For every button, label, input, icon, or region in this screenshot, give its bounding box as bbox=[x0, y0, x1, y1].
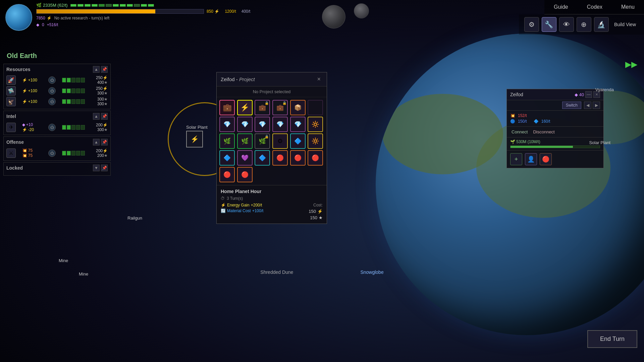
resource-total-label: 🌿 2335M (62/t) bbox=[36, 3, 68, 8]
zeifod-next-btn[interactable]: ▶ bbox=[593, 102, 600, 109]
build-icon-btn[interactable]: 🔧 bbox=[542, 17, 556, 32]
project-panel-close-btn[interactable]: × bbox=[315, 75, 323, 83]
project-item-21[interactable]: 🔷 bbox=[255, 150, 270, 166]
progress-values: 850 ⚡ 1200/t 400/t bbox=[207, 9, 250, 14]
project-item-10[interactable]: 💎 bbox=[272, 117, 288, 132]
offense-collapse-btn[interactable]: ▲ bbox=[93, 139, 100, 145]
project-item-23[interactable]: 🔴 bbox=[290, 150, 306, 166]
project-item-7[interactable]: 💎 bbox=[219, 117, 235, 132]
project-item-3[interactable]: 💼🔒 bbox=[255, 100, 270, 115]
project-item-5[interactable]: 📦 bbox=[290, 100, 306, 115]
resources-pin-btn[interactable]: 📌 bbox=[101, 66, 108, 73]
res-toggle-2[interactable]: ⏻ bbox=[48, 87, 56, 95]
forward-arrow-btn[interactable]: ▶▶ bbox=[625, 60, 637, 69]
zeifod-minimize-btn[interactable]: — bbox=[585, 91, 592, 98]
resources-collapse-btn[interactable]: ▲ bbox=[93, 66, 100, 73]
disconnect-btn[interactable]: Disconnect bbox=[532, 129, 556, 135]
project-item-18[interactable]: 🔆 bbox=[308, 133, 323, 149]
zeifod-close-btn[interactable]: × bbox=[593, 91, 600, 98]
project-cost-box: Cost: 150 ⚡ 150 ★ bbox=[309, 203, 323, 220]
project-item-15[interactable]: 🌿🔒 bbox=[255, 133, 270, 149]
zeifod-prev-btn[interactable]: ◀ bbox=[584, 102, 591, 109]
guide-button[interactable]: Guide bbox=[544, 0, 578, 14]
project-item-4[interactable]: 💼🔒 bbox=[272, 100, 288, 115]
planet-name: Old Earth bbox=[7, 52, 37, 60]
planet-icon[interactable] bbox=[5, 4, 32, 31]
mini-planet-display bbox=[322, 5, 345, 28]
offense-bars-1 bbox=[62, 151, 85, 156]
codex-button[interactable]: Codex bbox=[578, 0, 612, 14]
project-panel: Zeifod - Project × No Project selected 💼… bbox=[216, 72, 327, 224]
project-item-16[interactable]: ⚙ bbox=[272, 133, 288, 149]
project-item-2[interactable]: ⚡ bbox=[237, 100, 253, 115]
energy-rate-val: 1200/t bbox=[225, 9, 236, 14]
end-turn-button[interactable]: End Turn bbox=[587, 330, 637, 348]
mine-1-label: Mine bbox=[59, 258, 68, 263]
energy-unit-icon: ⚡ bbox=[214, 9, 219, 14]
connect-btn[interactable]: Connect bbox=[510, 129, 529, 135]
res-bar-8 bbox=[120, 4, 126, 7]
res-icon-2: 🛸 bbox=[6, 86, 16, 96]
res-toggle-1[interactable]: ⏻ bbox=[48, 76, 56, 84]
offense-toggle-1[interactable]: ⏻ bbox=[48, 149, 56, 157]
locked-pin-btn[interactable]: 📌 bbox=[101, 165, 108, 171]
purple-rate: +516/t bbox=[47, 22, 58, 27]
cost-energy-icon: ⚡ bbox=[317, 209, 323, 214]
project-item-24[interactable]: 🔴 bbox=[308, 150, 323, 166]
snowglobe-label[interactable]: Snowglobe bbox=[360, 269, 383, 275]
project-panel-title: Zeifod - Project bbox=[221, 76, 255, 82]
project-item-20[interactable]: 💜 bbox=[237, 150, 253, 166]
project-item-19[interactable]: 🔷 bbox=[219, 150, 235, 166]
stat-shield-val: 150/t bbox=[518, 119, 527, 124]
project-item-12[interactable]: 🔆 bbox=[308, 117, 323, 132]
zeifod-actions: + 👤 🔴 bbox=[507, 150, 603, 168]
solar-right-label: Solar Plant bbox=[589, 140, 610, 145]
intel-icon-1: ✈ bbox=[6, 123, 16, 132]
locked-collapse-btn[interactable]: ▼ bbox=[93, 165, 100, 171]
intel-toggle-1[interactable]: ⏻ bbox=[48, 124, 56, 131]
energy-gain-label: Energy Gain bbox=[227, 203, 250, 207]
offense-pin-btn[interactable]: 📌 bbox=[101, 139, 108, 145]
zeifod-switch-btn[interactable]: Switch bbox=[562, 102, 581, 109]
resource-row-2: 🛸 ⚡ +100 ⏻ 250⚡300★ bbox=[6, 85, 108, 96]
intel-collapse-btn[interactable]: ▲ bbox=[93, 113, 100, 120]
project-item-25[interactable]: 🔴 bbox=[219, 167, 235, 182]
effect-energy: ⚡ Energy Gain +200/t bbox=[221, 203, 263, 207]
resource-bars bbox=[70, 4, 154, 7]
top-right-nav: Guide Codex Menu ⚙ 🔧 👁 ⊕ 🔬 Build View bbox=[519, 0, 644, 35]
energy-progress-fill bbox=[37, 9, 155, 13]
project-item-22[interactable]: 🔴 bbox=[272, 150, 288, 166]
res-value-1: 250⚡400★ bbox=[91, 75, 108, 85]
bottom-map-labels: Shredded Dune Snowglobe bbox=[0, 269, 644, 275]
intel-row-1: ✈ ◆ +10 ⚡ -20 ⏻ 200⚡300★ bbox=[6, 122, 108, 133]
zeifod-combat-btn[interactable]: 🔴 bbox=[540, 153, 552, 165]
flask-icon-btn[interactable]: 🔬 bbox=[594, 17, 609, 32]
clock-icon: ⏱ bbox=[221, 196, 225, 201]
offense-row-1: ⚔ 💥 75 💥 75 ⏻ 200⚡200★ bbox=[6, 147, 108, 159]
zeifod-unit-btn[interactable]: 👤 bbox=[525, 153, 537, 165]
project-item-8[interactable]: 💎 bbox=[237, 117, 253, 132]
menu-button[interactable]: Menu bbox=[612, 0, 644, 14]
growth-label: 🌱 530M (10M/t) bbox=[510, 139, 600, 144]
solar-plant-node[interactable]: ⚡ bbox=[186, 131, 203, 147]
target-icon-btn[interactable]: ⊕ bbox=[577, 17, 591, 32]
project-item-14[interactable]: 🌿 bbox=[237, 133, 253, 149]
project-item-11[interactable]: 💎 bbox=[290, 117, 306, 132]
project-grid: 💼 ⚡ 💼🔒 💼🔒 📦 💎 💎 💎 💎 💎 🔆 🌿 🌿 🌿🔒 ⚙ 🔷 🔆 🔷 💜… bbox=[217, 97, 327, 185]
project-item-17[interactable]: 🔷 bbox=[290, 133, 306, 149]
zeifod-add-btn[interactable]: + bbox=[510, 153, 522, 165]
project-item-26[interactable]: 🔴 bbox=[237, 167, 253, 182]
stat-material-icon: 🔷 bbox=[534, 119, 539, 124]
view-icon-btn[interactable]: 👁 bbox=[559, 17, 574, 32]
project-item-13[interactable]: 🌿 bbox=[219, 133, 235, 149]
project-item-1[interactable]: 💼 bbox=[219, 100, 235, 115]
project-item-9[interactable]: 💎 bbox=[255, 117, 270, 132]
stat-shield-icon: 🔵 bbox=[510, 119, 515, 124]
project-info-turn: ⏱ 3 Turn(s) bbox=[221, 196, 323, 201]
offense-panel-header: Offense ▲ 📌 bbox=[6, 139, 108, 145]
settings-icon-btn[interactable]: ⚙ bbox=[524, 17, 539, 32]
res-toggle-3[interactable]: ⏻ bbox=[48, 98, 56, 105]
intel-pin-btn[interactable]: 📌 bbox=[101, 113, 108, 120]
res-bar-9 bbox=[127, 4, 133, 7]
res-icon-3: 🦅 bbox=[6, 97, 16, 106]
